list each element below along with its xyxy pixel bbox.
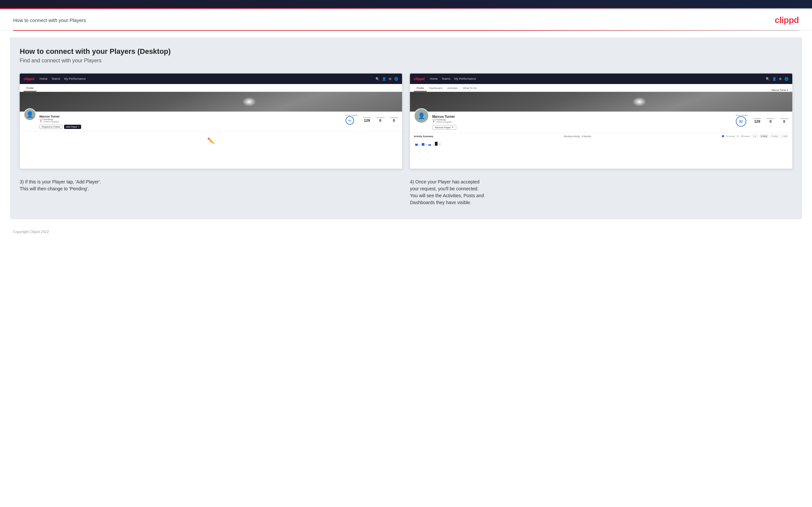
page-header-title: How to connect with your Players <box>13 17 86 23</box>
user-dropdown-2[interactable]: Marcus Turner ▾ <box>772 89 789 92</box>
chart-bar-2 <box>418 145 421 146</box>
profile-details-2: Marcus Turner 1-5 Handicap 📍 United King… <box>432 114 732 130</box>
profile-banner-img-1 <box>20 92 402 112</box>
following-stat-2: Following 0 <box>780 117 789 123</box>
avatar-icon-1: 👤 <box>26 111 34 118</box>
tab-whattoon-2[interactable]: What To On <box>460 87 479 92</box>
screenshot-1: clippd Home Teams My Performance 🔍 👤 ⚙ 🌐… <box>20 73 402 169</box>
add-player-button[interactable]: Add Player + <box>64 125 81 129</box>
remove-icon: ✕ <box>452 126 454 129</box>
globe-icon-1[interactable]: 🌐 <box>394 77 398 81</box>
settings-icon-1[interactable]: ⚙ <box>389 77 392 81</box>
following-stat-1: Following 0 <box>390 116 398 122</box>
pq-label-1: Player Quality <box>346 114 358 116</box>
stats-row-1: Player Quality 92 Activities 129 Followe… <box>346 114 398 125</box>
search-icon-1[interactable]: 🔍 <box>375 77 379 81</box>
off-course-label: Off course <box>741 135 750 137</box>
chart-bar-4 <box>425 144 428 146</box>
app-nav-icons-1: 🔍 👤 ⚙ 🌐 <box>375 77 398 81</box>
nav-myperformance-2[interactable]: My Performance <box>454 77 476 80</box>
screenshot-2: clippd Home Teams My Performance 🔍 👤 ⚙ 🌐… <box>410 73 792 169</box>
main-title: How to connect with your Players (Deskto… <box>20 47 792 56</box>
nav-teams-1[interactable]: Teams <box>51 77 60 80</box>
followers-stat-2: Followers 0 <box>766 117 775 123</box>
clippd-logo: clippd <box>774 15 799 25</box>
caption-3: 3) If this is your Player tap, 'Add Play… <box>20 178 402 192</box>
nav-home-1[interactable]: Home <box>39 77 47 80</box>
tab-activities-2[interactable]: Activities <box>445 87 461 92</box>
player-quality-stat-2: Player Quality 92 <box>736 114 748 127</box>
tab-dashboard-2[interactable]: Dashboard <box>427 87 445 92</box>
player-quality-stat-1: Player Quality 92 <box>346 114 358 125</box>
captions-row: 3) If this is your Player tap, 'Add Play… <box>20 178 792 206</box>
remove-player-label: Remove Player <box>435 126 451 129</box>
profile-name-1: Marcus Turner <box>39 115 342 118</box>
main-subtitle: Find and connect with your Players <box>20 58 792 64</box>
activity-period: Monthly Activity - 6 Months <box>564 135 591 137</box>
activity-title: Activity Summary <box>414 135 433 137</box>
app-logo-1: clippd <box>23 77 34 81</box>
activities-stat-2: Activities 129 <box>753 117 761 123</box>
nav-myperformance-1[interactable]: My Performance <box>64 77 86 80</box>
search-icon-2[interactable]: 🔍 <box>766 77 770 81</box>
off-course-dot <box>737 135 739 137</box>
activity-controls: On course Off course 1 yr 6 mths 3 mths … <box>722 134 789 138</box>
activities-value-2: 129 <box>753 119 761 123</box>
app-nav-icons-2: 🔍 👤 ⚙ 🌐 <box>766 77 789 81</box>
app-tabs-2: Profile Dashboard Activities What To On … <box>410 84 792 92</box>
nav-home-2[interactable]: Home <box>429 77 438 80</box>
chart-bar-1 <box>415 144 418 146</box>
profile-handicap-1: 1-5 Handicap <box>39 118 342 120</box>
screenshot-overlay-1: ✏️ <box>20 131 402 150</box>
profile-info-1: 👤 Marcus Turner 1-5 Handicap 📍 United Ki… <box>20 112 402 131</box>
chart-bar-3 <box>422 143 424 146</box>
page-footer: Copyright Clippd 2022 <box>0 226 812 238</box>
page-header: How to connect with your Players clippd <box>0 9 812 30</box>
pq-circle-1: 92 <box>346 116 354 125</box>
profile-banner-2 <box>410 92 792 112</box>
activities-stat-1: Activities 129 <box>363 116 371 122</box>
followers-stat-1: Followers 0 <box>376 116 385 122</box>
period-6mths[interactable]: 6 mths <box>760 134 768 138</box>
tab-profile-1[interactable]: Profile <box>23 87 37 92</box>
caption-4: 4) Once your Player has acceptedyour req… <box>410 178 792 206</box>
user-icon-2[interactable]: 👤 <box>772 77 776 81</box>
profile-location-1: 📍 United Kingdom <box>39 120 342 123</box>
profile-location-2: 📍 United Kingdom <box>432 121 732 123</box>
tab-profile-2[interactable]: Profile <box>414 87 427 92</box>
profile-name-2: Marcus Turner <box>432 115 732 118</box>
activity-summary: Activity Summary Monthly Activity - 6 Mo… <box>410 132 792 148</box>
request-follow-button[interactable]: Request to Follow <box>39 125 62 129</box>
app-tabs-1: Profile <box>20 84 402 92</box>
chart-bar-8 <box>438 143 441 146</box>
globe-icon-2[interactable]: 🌐 <box>784 77 789 81</box>
profile-details-1: Marcus Turner 1-5 Handicap 📍 United King… <box>39 114 342 129</box>
period-1mth[interactable]: 1 mth <box>781 134 789 138</box>
header-line <box>13 30 799 31</box>
followers-value-2: 0 <box>766 119 775 123</box>
chart-bar-7 <box>435 142 438 146</box>
top-bar <box>0 0 812 9</box>
app-navbar-2: clippd Home Teams My Performance 🔍 👤 ⚙ 🌐 <box>410 73 792 84</box>
avatar-2: 👤 <box>414 108 429 123</box>
followers-value-1: 0 <box>376 118 385 122</box>
app-nav-items-1: Home Teams My Performance <box>39 77 86 80</box>
caption-block-4: 4) Once your Player has acceptedyour req… <box>410 178 792 206</box>
profile-banner-1 <box>20 92 402 112</box>
stats-row-2: Player Quality 92 Activities 129 Followe… <box>736 114 789 127</box>
on-course-dot <box>722 135 724 137</box>
period-3mths[interactable]: 3 mths <box>770 134 779 138</box>
settings-icon-2[interactable]: ⚙ <box>779 77 782 81</box>
pq-circle-2: 92 <box>736 116 746 127</box>
period-1yr[interactable]: 1 yr <box>752 134 758 138</box>
chart-area <box>414 139 789 146</box>
app-nav-items-2: Home Teams My Performance <box>429 77 476 80</box>
remove-player-button[interactable]: Remove Player ✕ <box>432 125 456 130</box>
app-logo-2: clippd <box>414 77 424 81</box>
user-icon-1[interactable]: 👤 <box>382 77 386 81</box>
caption-block-3: 3) If this is your Player tap, 'Add Play… <box>20 178 402 206</box>
activities-value-1: 129 <box>363 118 371 122</box>
activity-header: Activity Summary Monthly Activity - 6 Mo… <box>414 134 789 138</box>
avatar-1: 👤 <box>23 108 36 121</box>
nav-teams-2[interactable]: Teams <box>442 77 450 80</box>
